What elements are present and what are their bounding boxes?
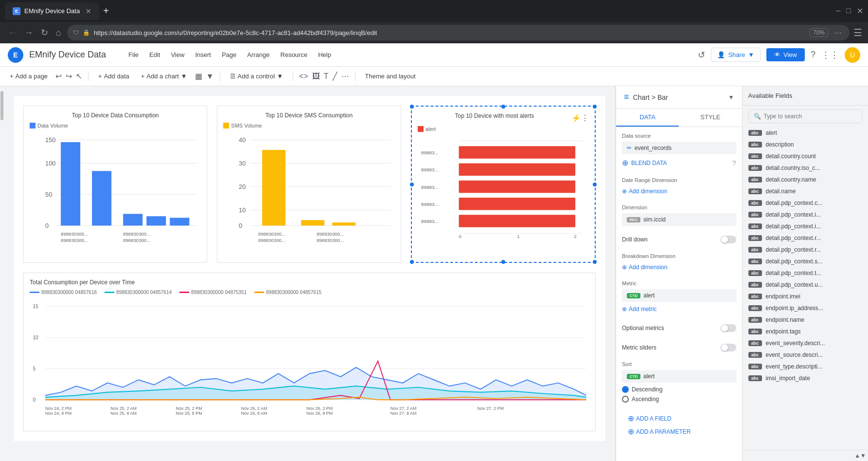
maximize-button[interactable]: □ <box>846 6 851 16</box>
menu-view[interactable]: View <box>166 49 189 60</box>
scrollbar-thumb[interactable] <box>0 91 3 120</box>
chart-lightning-icon[interactable]: ⚡ <box>571 113 581 123</box>
menu-arrange[interactable]: Arrange <box>242 49 274 60</box>
add-data-button[interactable]: + Add data <box>94 71 133 82</box>
field-item-pdp-c7[interactable]: abc detail.pdp_context.t... <box>743 267 868 279</box>
layout-icon[interactable]: ▦ <box>195 72 202 81</box>
scroll-down-icon[interactable]: ▼ <box>860 452 866 459</box>
add-date-dimension-button[interactable]: ⊕ Add dimension <box>622 186 736 197</box>
browser-menu-icon[interactable]: ⋯ <box>832 26 844 39</box>
field-item-ip[interactable]: abc endpoint.ip_address... <box>743 302 868 314</box>
menu-file[interactable]: File <box>124 49 143 60</box>
canvas-area[interactable]: Top 10 Device Data Consumption Data Volu… <box>4 86 615 461</box>
code-icon[interactable]: <> <box>299 72 308 81</box>
canvas-scrollbar[interactable] <box>0 86 4 461</box>
field-item-imei[interactable]: abc endpoint.imei <box>743 291 868 302</box>
back-button[interactable]: ← <box>6 26 18 40</box>
field-item-description[interactable]: abc description <box>743 139 868 150</box>
minimize-button[interactable]: – <box>836 6 840 16</box>
menu-help[interactable]: Help <box>313 49 336 60</box>
chart-sms-consumption[interactable]: Top 10 Device SMS Consumption SMS Volume… <box>217 106 401 263</box>
field-item-country-name[interactable]: abc detail.country.name <box>743 174 868 185</box>
field-item-tags[interactable]: abc endpoint.tags <box>743 326 868 337</box>
address-bar[interactable]: 🛡 🔒 https://datastudio.google.com/u/0/re… <box>67 25 850 40</box>
blend-help-icon[interactable]: ? <box>732 159 736 167</box>
data-source-field[interactable]: ✏ event_records <box>622 142 736 154</box>
view-button[interactable]: 👁 View <box>766 48 805 61</box>
active-tab[interactable]: E EMnify Device Data ✕ <box>5 2 99 20</box>
field-item-source[interactable]: abc event_source.descri... <box>743 349 868 361</box>
layout-dropdown-icon[interactable]: ▼ <box>206 72 214 81</box>
field-item-alert[interactable]: abc alert <box>743 127 868 139</box>
user-avatar[interactable]: U <box>845 47 860 63</box>
text-icon[interactable]: T <box>324 72 329 81</box>
field-item-pdp-c2[interactable]: abc detail.pdp_context.i... <box>743 209 868 221</box>
metric-field[interactable]: CTD alert <box>622 289 736 302</box>
add-chart-button[interactable]: + Add a chart ▼ <box>137 71 191 82</box>
close-button[interactable]: ✕ <box>857 6 863 16</box>
tab-close-button[interactable]: ✕ <box>86 7 91 15</box>
add-control-button[interactable]: ☰ Add a control ▼ <box>226 71 287 82</box>
forward-button[interactable]: → <box>22 26 35 40</box>
field-item-country-iso[interactable]: abc detail.country.iso_c... <box>743 162 868 174</box>
redo-button[interactable]: ↪ <box>66 72 72 81</box>
field-item-pdp-c3[interactable]: abc detail.pdp_context.i... <box>743 221 868 232</box>
image-icon[interactable]: 🖼 <box>312 72 320 81</box>
add-metric-button[interactable]: ⊕ Add metric <box>622 304 736 314</box>
field-item-pdp-c4[interactable]: abc detail.pdp_context.r... <box>743 232 868 244</box>
menu-edit[interactable]: Edit <box>144 49 165 60</box>
chart-consumption-over-time[interactable]: Total Consumption per Device over Time 8… <box>23 273 596 431</box>
blend-data-button[interactable]: BLEND DATA <box>631 160 667 166</box>
home-button[interactable]: ⌂ <box>54 26 63 40</box>
help-button[interactable]: ? <box>811 50 815 60</box>
panel-close-button[interactable]: ▼ <box>728 94 734 101</box>
add-parameter-button[interactable]: ⊕ ADD A PARAMETER <box>622 425 736 438</box>
optional-metrics-toggle[interactable] <box>721 324 736 332</box>
add-breakdown-button[interactable]: ⊕ Add dimension <box>622 262 736 273</box>
chart-more-icon[interactable]: ⋮ <box>581 113 589 123</box>
chart-alerts[interactable]: Top 10 Device with most alerts ⚡ ⋮ alert… <box>411 106 596 263</box>
field-item-imsi-import[interactable]: abc imsi_import_date <box>743 372 868 384</box>
sort-field[interactable]: CTD alert <box>622 370 736 383</box>
cursor-icon[interactable]: ↖ <box>76 72 82 81</box>
shape-icon[interactable]: ╱ <box>333 72 337 81</box>
reload-button[interactable]: ↻ <box>39 25 50 40</box>
fields-search-input[interactable] <box>764 113 857 120</box>
field-item-pdp-c6[interactable]: abc detail.pdp_context.s... <box>743 256 868 267</box>
metric-sliders-toggle[interactable] <box>721 344 736 351</box>
menu-resource[interactable]: Resource <box>276 49 313 60</box>
drill-down-toggle[interactable] <box>721 236 736 243</box>
field-item-pdp-c1[interactable]: abc detail.pdp_context.c... <box>743 197 868 209</box>
chart-data-consumption[interactable]: Top 10 Device Data Consumption Data Volu… <box>23 106 207 263</box>
share-button[interactable]: 👤 Share ▼ <box>711 48 761 62</box>
field-item-severity[interactable]: abc event_severity.descri... <box>743 337 868 349</box>
apps-button[interactable]: ⋮⋮ <box>821 50 839 60</box>
menu-insert[interactable]: Insert <box>190 49 216 60</box>
add-page-button[interactable]: + Add a page <box>6 71 52 82</box>
scroll-up-icon[interactable]: ▲ <box>854 452 860 459</box>
sort-descending-option[interactable]: Descending <box>622 385 736 394</box>
tab-data[interactable]: DATA <box>616 109 679 127</box>
undo-button[interactable]: ↩ <box>55 72 62 81</box>
blend-add-icon[interactable]: ⊕ <box>622 158 628 167</box>
field-item-event-type[interactable]: abc event_type.descripti... <box>743 361 868 372</box>
field-item-endpoint-name[interactable]: abc endpoint.name <box>743 314 868 326</box>
refresh-button[interactable]: ↺ <box>698 50 705 60</box>
more-icon[interactable]: ⋯ <box>341 72 349 81</box>
add-field-button[interactable]: ⊕ ADD A FIELD <box>622 412 736 425</box>
tab-style[interactable]: STYLE <box>679 109 742 127</box>
sort-ascending-option[interactable]: Ascending <box>622 394 736 404</box>
browser-profile-icon[interactable]: ☰ <box>853 27 862 38</box>
field-item-pdp-c5[interactable]: abc detail.pdp_context.r... <box>743 244 868 256</box>
descending-radio[interactable] <box>622 386 629 393</box>
field-item-country-count[interactable]: abc detail.country.count <box>743 150 868 162</box>
dimension-field[interactable]: REC sim.iccid <box>622 213 736 226</box>
theme-layout-button[interactable]: Theme and layout <box>361 71 420 82</box>
menu-page[interactable]: Page <box>217 49 241 60</box>
field-item-detail-name[interactable]: abc detail.name <box>743 185 868 197</box>
chart-data-legend: Data Volume <box>30 123 201 129</box>
svg-text:0: 0 <box>459 234 461 239</box>
ascending-radio[interactable] <box>622 396 629 403</box>
field-item-pdp-c8[interactable]: abc detail.pdp_context.u... <box>743 279 868 291</box>
new-tab-button[interactable]: + <box>103 5 109 17</box>
